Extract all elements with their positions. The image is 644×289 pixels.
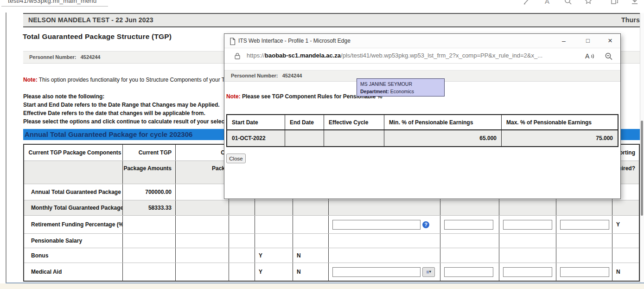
tgp-structure-table-cell-r5c0: Pensionable Salary — [24, 234, 123, 248]
pp-max-pct-value: 75.000 — [596, 135, 613, 141]
close-window-button[interactable]: × — [602, 34, 618, 48]
url-path: /pls/testi41/web.wp53pkg.wp53_lst_frm_2?… — [341, 52, 542, 59]
tgp-structure-table-cell-r4c7 — [440, 216, 499, 233]
page-note: Note: This option provides functionality… — [23, 77, 233, 83]
employee-tooltip: MS JANINE SEYMOUR Department: Economics — [357, 78, 445, 96]
medical-supporting-flag: N — [616, 269, 620, 275]
medical-aid-input-2[interactable] — [444, 267, 493, 277]
tgp-structure-table-cell-r7c8 — [499, 263, 556, 281]
medical-aid-input-3[interactable] — [503, 267, 552, 277]
tgp-structure-table-row-3: Monthly Total Guaranteed Package58333.33 — [24, 200, 639, 216]
help-icon[interactable]: ? — [422, 221, 429, 228]
tgp-structure-table-cell-r4c0: Retirement Funding Percentage (%) — [24, 216, 123, 233]
retirement-funding-input[interactable] — [332, 220, 421, 230]
department-label: Department: — [360, 89, 389, 94]
downloads-icon[interactable] — [630, 0, 639, 6]
page-title: Total Guaranteed Package Structure (TGP) — [23, 32, 172, 41]
annual-tgp-amount: 700000.00 — [145, 189, 172, 195]
tgp-structure-table-cell-r2c1: 700000.00 — [123, 184, 176, 200]
tgp-structure-table-cell-r3c6 — [329, 200, 440, 215]
tgp-structure-table-cell-r4c9 — [556, 216, 612, 233]
address-bar-underline — [1, 6, 108, 6]
minimize-button[interactable]: – — [556, 34, 572, 48]
tgp-structure-table-row-6: BonusYN — [24, 248, 639, 263]
tgp-structure-table-cell-r6c9 — [556, 248, 612, 263]
row-label-monthly-tgp: Monthly Total Guaranteed Package — [31, 205, 123, 211]
col-header-fragment-pack: Pack — [212, 165, 225, 172]
lock-icon[interactable] — [234, 52, 241, 62]
tgp-structure-table-cell-r5c10 — [612, 234, 639, 248]
component-rules-table-cell-r0c3: Min. % of Pensionable Earnings — [384, 115, 502, 129]
list-of-values-button[interactable]: ≡▾ — [422, 267, 435, 277]
address-bar-url[interactable]: testi41/w53pkg.mi_main_menu — [8, 0, 97, 4]
tgp-structure-table-cell-r6c4: Y — [255, 248, 293, 263]
tgp-structure-table-cell-r6c5: N — [293, 248, 329, 263]
favorites-icon[interactable] — [584, 0, 593, 6]
tgp-structure-table-cell-r6c3 — [229, 248, 255, 263]
tgp-structure-table-cell-r3c8 — [499, 200, 556, 215]
tgp-structure-table-cell-r4c3 — [229, 216, 255, 233]
tgp-structure-table-cell-r3c2 — [176, 200, 229, 215]
tgp-structure-table-row-4: Retirement Funding Percentage (%)?Y — [24, 216, 639, 234]
component-rules-table-row-1: 01-OCT-202265.00075.000 — [227, 130, 618, 146]
tgp-structure-table-cell-r2c2 — [176, 184, 229, 200]
instruction-line-2: Start and End Date refers to the Date Ra… — [23, 102, 220, 108]
popup-window: ITS Web Interface - Profile 1 - Microsof… — [224, 33, 621, 199]
screenshot-root: testi41/w53pkg.mi_main_menu A NELSON MAN… — [0, 0, 644, 289]
tgp-structure-table-cell-r4c6: ? — [329, 216, 440, 233]
component-rules-table-cell-r1c1 — [285, 130, 324, 146]
retirement-supporting-flag: Y — [616, 221, 620, 228]
close-button[interactable]: Close — [226, 154, 246, 163]
col-header-package-amounts: Package Amounts — [123, 165, 172, 172]
tgp-structure-table-cell-r7c6: ≡▾ — [329, 263, 440, 281]
medical-aid-input[interactable] — [332, 267, 421, 277]
maximize-button[interactable]: □ — [580, 34, 596, 48]
medical-aid-input-4[interactable] — [560, 267, 609, 277]
page-banner: NELSON MANDELA TEST - 22 Jun 2023 Thurs — [23, 13, 640, 27]
tgp-structure-table-cell-r6c2 — [176, 248, 229, 263]
popup-note-label: Note: — [226, 93, 241, 100]
row-label-retirement-funding: Retirement Funding Percentage (%) — [31, 221, 123, 228]
popup-address-bar[interactable]: https://baobab-sc1.mandela.ac.za/pls/tes… — [224, 48, 620, 64]
note-text: This option provides functionality for y… — [38, 77, 233, 83]
text-size-icon[interactable]: A — [543, 0, 552, 6]
tgp-structure-table-cell-r7c10: N — [612, 263, 639, 281]
popup-personnel-label: Personnel Number: — [231, 73, 278, 78]
tgp-structure-table-cell-r5c6 — [329, 234, 440, 248]
tgp-structure-table-row-5: Pensionable Salary — [24, 234, 639, 248]
tgp-structure-table-cell-r7c0: Medical Aid — [24, 263, 123, 281]
retirement-funding-input-4[interactable] — [560, 220, 609, 230]
search-icon[interactable] — [563, 0, 573, 6]
row-label-pensionable-salary: Pensionable Salary — [31, 238, 82, 244]
tgp-structure-table-cell-r6c10 — [612, 248, 639, 263]
personnel-number-label: Personnel Number: — [29, 54, 76, 60]
tgp-structure-table-cell-r0c0: Current TGP Package Components — [24, 145, 123, 161]
tgp-structure-table-cell-r5c8 — [499, 234, 556, 248]
collections-icon[interactable] — [610, 0, 619, 6]
page-banner-day-fragment: Thurs — [621, 14, 640, 26]
url-scheme: https:// — [247, 52, 265, 59]
popup-url[interactable]: https://baobab-sc1.mandela.ac.za/pls/tes… — [247, 48, 542, 63]
edit-icon[interactable] — [523, 0, 532, 6]
tgp-structure-table-cell-r5c1 — [123, 234, 176, 248]
component-rules-table-cell-r0c4: Max. % of Pensionable Earnings — [502, 115, 618, 129]
retirement-funding-input-3[interactable] — [503, 220, 552, 230]
tgp-structure-table-cell-r3c7 — [440, 200, 499, 215]
tgp-structure-table-cell-r0c2: C — [176, 145, 229, 161]
tgp-structure-table-cell-r5c5 — [293, 234, 329, 248]
retirement-funding-input-2[interactable] — [444, 220, 493, 230]
tgp-structure-table-cell-r7c2 — [176, 263, 229, 281]
read-aloud-icon[interactable]: A — [585, 52, 596, 62]
tgp-structure-table-cell-r4c4 — [255, 216, 293, 233]
component-rules-table-cell-r1c3: 65.000 — [384, 130, 502, 146]
zoom-out-icon[interactable] — [605, 52, 613, 63]
tgp-structure-table-cell-r7c3 — [229, 263, 255, 281]
col-header-components: Current TGP Package Components — [29, 149, 121, 156]
component-rules-table-cell-r0c0: Start Date — [227, 115, 285, 129]
tgp-structure-table-cell-r4c10: Y — [612, 216, 639, 233]
pp-col-effective-cycle: Effective Cycle — [329, 119, 368, 126]
vertical-scrollbar-thumb[interactable] — [641, 121, 643, 216]
tgp-structure-table-cell-r7c1 — [123, 263, 176, 281]
tgp-structure-table-row-7: Medical AidYN≡▾N — [24, 263, 639, 281]
popup-titlebar[interactable]: ITS Web Interface - Profile 1 - Microsof… — [224, 34, 620, 48]
